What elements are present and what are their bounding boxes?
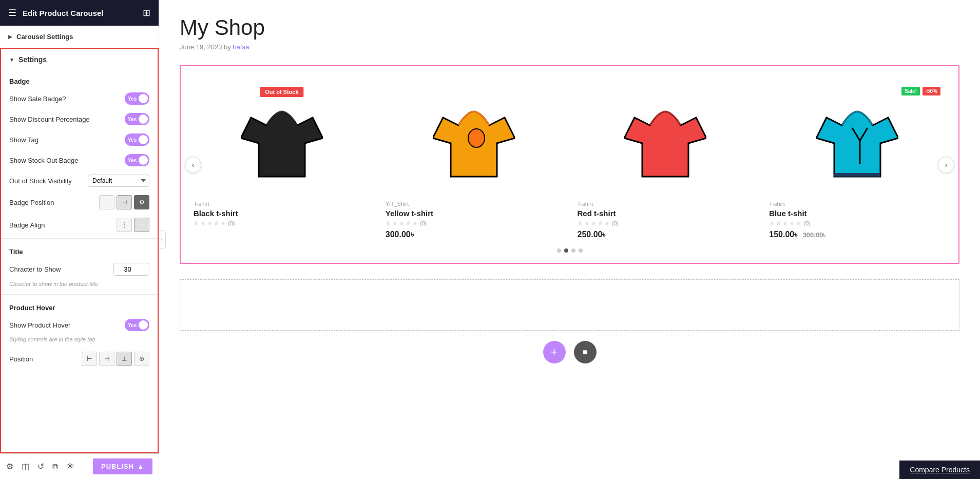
product-stars-3: ★ ★ ★ ★ ★ (0) (578, 220, 754, 227)
grid-icon[interactable]: ⊞ (143, 7, 150, 18)
svg-rect-1 (834, 173, 880, 177)
collapse-arrow-icon: ▼ (9, 57, 14, 63)
settings-icon[interactable]: ⚙ (6, 462, 13, 471)
dot-3[interactable] (579, 248, 583, 253)
badge-align-group: ⋮ ⋯ (117, 218, 149, 232)
badge-position-left[interactable]: ⊢ (99, 195, 114, 209)
bottom-action-btns: + ■ (180, 341, 959, 363)
product-price-3: 250.00৳ (578, 230, 754, 239)
show-discount-toggle[interactable]: Yes (125, 113, 149, 125)
show-sale-badge-toggle[interactable]: Yes (125, 92, 149, 105)
star-3-5: ★ (604, 220, 610, 227)
toggle-label-tag: Yes (128, 137, 137, 143)
product-cat-1: T-shirt (194, 201, 370, 207)
left-panel: ☰ Edit Product Carousel ⊞ ▶ Carousel Set… (0, 0, 159, 479)
product-name-3: Red t-shirt (578, 209, 754, 218)
product-price-4: 150.00৳ 300.00৳ (769, 230, 946, 239)
toggle-label-sale: Yes (128, 96, 137, 102)
publish-button[interactable]: PUBLISH ▲ (93, 458, 152, 474)
badge-position-custom[interactable]: ⚙ (134, 195, 149, 209)
preview-icon[interactable]: 👁 (66, 462, 74, 471)
compare-products-bar[interactable]: Compare Products (899, 461, 980, 479)
star-3-2: ★ (584, 220, 590, 227)
star-1-1: ★ (194, 220, 199, 227)
char-to-show-input[interactable] (113, 263, 149, 276)
show-sale-badge-row: Show Sale Badge? Yes (1, 88, 158, 109)
out-of-stock-select[interactable]: Default Show Hide (88, 175, 149, 187)
star-4-3: ★ (782, 220, 788, 227)
arrow-right-icon: ▶ (8, 34, 12, 40)
carousel-settings-row[interactable]: ▶ Carousel Settings (0, 26, 159, 48)
product-stars-4: ★ ★ ★ ★ ★ (0) (769, 220, 946, 227)
show-tag-label: Show Tag (9, 136, 39, 144)
meta-by: by (224, 43, 233, 51)
badge-position-row: Badge Position ⊢ ⊣ ⚙ (1, 191, 158, 214)
responsive-icon[interactable]: ⧉ (52, 462, 58, 471)
show-stock-out-label: Show Stock Out Badge (9, 157, 78, 164)
meta-date: June 19, 2023 (180, 43, 222, 51)
layers-icon[interactable]: ◫ (22, 462, 29, 471)
show-stock-out-toggle[interactable]: Yes (125, 154, 149, 166)
publish-label: PUBLISH (101, 463, 134, 470)
product-card-1: Out of Stock T-shirt Black t-shirt ★ ★ ★… (186, 76, 378, 244)
product-cat-3: T-shirt (578, 201, 754, 207)
tshirt-svg-3 (624, 92, 706, 184)
divider-2 (1, 294, 158, 295)
carousel-prev-btn[interactable]: ‹ (185, 157, 201, 173)
product-stars-1: ★ ★ ★ ★ ★ (0) (194, 220, 370, 227)
position-label: Position (9, 355, 33, 363)
product-cat-2: Y-T_Shirt (386, 201, 562, 207)
carousel-next-btn[interactable]: › (938, 157, 954, 173)
badge-align-bottom[interactable]: ⋯ (134, 218, 149, 232)
show-discount-label: Show Discount Percentage (9, 116, 90, 123)
tshirt-svg-1 (241, 92, 323, 184)
product-price-2: 300.00৳ (386, 230, 562, 239)
show-sale-badge-label: Show Sale Badge? (9, 95, 66, 103)
settings-section-header[interactable]: ▼ Settings (1, 49, 158, 70)
review-count-4: (0) (803, 220, 810, 226)
badge-align-label: Badge Align (9, 221, 45, 229)
hamburger-icon[interactable]: ☰ (8, 7, 16, 18)
badge-group-label: Badge (1, 70, 158, 88)
show-stock-out-row: Show Stock Out Badge Yes (1, 150, 158, 170)
toggle-knob-hover (139, 320, 148, 330)
star-4-5: ★ (796, 220, 801, 227)
fab-add-button[interactable]: + (543, 341, 566, 363)
badge-sale-4: Sale! (901, 87, 920, 95)
star-4-1: ★ (769, 220, 775, 227)
position-expand[interactable]: ⊕ (134, 352, 149, 366)
svg-point-0 (468, 129, 485, 147)
shop-meta: June 19, 2023 by hafsa (180, 43, 959, 51)
badge-align-top[interactable]: ⋮ (117, 218, 132, 232)
meta-author-link[interactable]: hafsa (233, 43, 249, 51)
char-to-show-label: Chracter to Show (9, 265, 61, 273)
badge-position-label: Badge Position (9, 199, 54, 206)
tshirt-svg-4 (816, 92, 898, 184)
position-left[interactable]: ⊢ (82, 352, 97, 366)
price-original-4: 300.00৳ (803, 231, 826, 239)
toggle-knob-discount (139, 114, 148, 124)
toggle-knob-sale (139, 94, 148, 103)
hover-hint: Styling controls are in the style tab (1, 335, 158, 348)
star-2-5: ★ (412, 220, 418, 227)
fab-stop-button[interactable]: ■ (574, 341, 597, 363)
badge-position-right[interactable]: ⊣ (117, 195, 132, 209)
position-row: Position ⊢ ⊣ ⊥ ⊕ (1, 348, 158, 370)
show-product-hover-toggle[interactable]: Yes (125, 319, 149, 331)
dot-0[interactable] (557, 248, 561, 253)
dot-1[interactable] (564, 248, 568, 253)
panel-collapse-btn[interactable]: ‹ (159, 231, 166, 249)
position-center[interactable]: ⊣ (99, 352, 114, 366)
product-card-2: Y-T_Shirt Yellow t-shirt ★ ★ ★ ★ ★ (0) 3… (378, 76, 570, 244)
star-3-1: ★ (578, 220, 583, 227)
dot-2[interactable] (571, 248, 575, 253)
toggle-label-discount: Yes (128, 117, 137, 122)
position-btn-group: ⊢ ⊣ ⊥ ⊕ (82, 352, 149, 366)
history-icon[interactable]: ↺ (37, 462, 44, 471)
position-bottom[interactable]: ⊥ (117, 352, 132, 366)
carousel-dots (186, 248, 953, 253)
product-card-4: Sale! -50% T-shirt Blue t-shit ★ ★ ★ (761, 76, 953, 244)
product-image-wrap-1: Out of Stock (194, 82, 370, 195)
toggle-label-hover: Yes (128, 322, 137, 328)
show-tag-toggle[interactable]: Yes (125, 133, 149, 146)
